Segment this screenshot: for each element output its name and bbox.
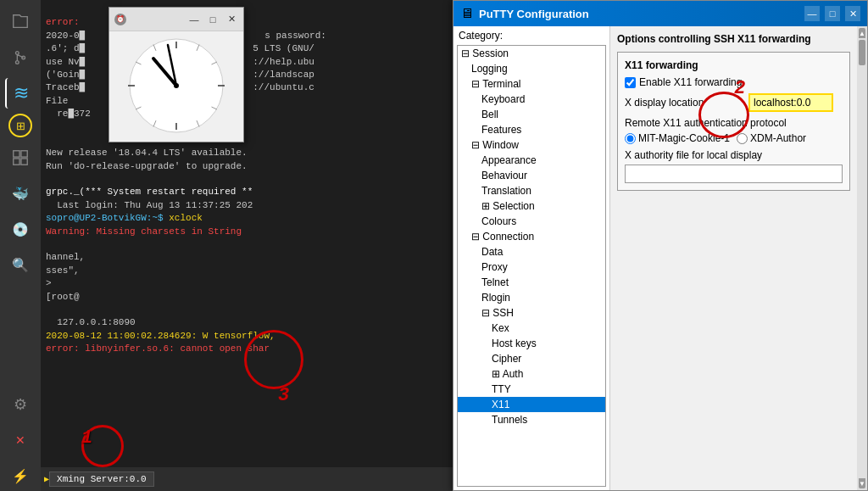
- putty-close-button[interactable]: ✕: [845, 6, 860, 21]
- auth-protocol-group: MIT-Magic-Cookie-1 XDM-Author: [625, 132, 843, 144]
- tree-item-appearance[interactable]: Appearance: [458, 153, 605, 168]
- expand-icon: ⊟: [471, 231, 482, 243]
- tree-item-cipher[interactable]: Cipher: [458, 351, 605, 366]
- authority-file-label: X authority file for local display: [625, 149, 762, 161]
- tree-item-x11[interactable]: X11: [458, 397, 605, 412]
- search-icon[interactable]: 🔍: [5, 249, 36, 280]
- tree-item-features[interactable]: Features: [458, 122, 605, 137]
- svg-point-1: [16, 61, 19, 64]
- putty-content: Category: ⊟ Session Logging ⊟ Terminal K…: [453, 26, 867, 490]
- tree-item-selection[interactable]: ⊞ Selection: [458, 198, 605, 214]
- x11-section: X11 forwarding Enable X11 forwarding X d…: [617, 52, 850, 191]
- display-location-row: X display location: [625, 93, 843, 112]
- expand-icon: ⊞: [481, 200, 492, 212]
- authority-file-row: X authority file for local display: [625, 149, 843, 183]
- tree-item-ssh[interactable]: ⊟ SSH: [458, 305, 605, 321]
- terminal-output: error: 2020-0█ s password: .6'; d█ 5 LTS…: [46, 3, 448, 369]
- source-control-icon[interactable]: [5, 42, 36, 73]
- display-location-input[interactable]: [748, 93, 833, 112]
- putty-titlebar: 🖥 PuTTY Configuration — □ ✕: [453, 1, 867, 26]
- tree-item-data[interactable]: Data: [458, 244, 605, 259]
- svg-rect-3: [14, 151, 19, 157]
- clock-app-icon: ⏰: [114, 14, 126, 25]
- clock-maximize-button[interactable]: □: [206, 13, 220, 26]
- svg-point-0: [16, 52, 19, 55]
- options-panel: Options controlling SSH X11 forwarding X…: [610, 26, 857, 490]
- putty-title: PuTTY Configuration: [479, 8, 799, 20]
- tree-item-logging[interactable]: Logging: [458, 61, 605, 76]
- scroll-thumb[interactable]: [859, 40, 865, 65]
- expand-icon: ⊟: [471, 78, 482, 90]
- putty-minimize-button[interactable]: —: [804, 6, 820, 21]
- docker-icon[interactable]: 🐳: [5, 178, 36, 209]
- error-icon[interactable]: ✕: [5, 425, 36, 455]
- tree-item-terminal[interactable]: ⊟ Terminal: [458, 76, 605, 92]
- authority-file-input[interactable]: [625, 165, 843, 183]
- expand-icon: ⊞: [492, 368, 503, 380]
- tree-item-hostkeys[interactable]: Host keys: [458, 336, 605, 351]
- tree-item-window[interactable]: ⊟ Window: [458, 137, 605, 153]
- options-header: Options controlling SSH X11 forwarding: [617, 33, 850, 45]
- clock-face: [121, 35, 231, 137]
- tree-item-kex[interactable]: Kex: [458, 321, 605, 336]
- enable-x11-checkbox[interactable]: [625, 77, 636, 88]
- annotation-number-2: 2: [735, 76, 745, 98]
- category-panel: Category: ⊟ Session Logging ⊟ Terminal K…: [453, 26, 610, 490]
- vscode-logo-icon[interactable]: ≋: [5, 78, 36, 109]
- bluetooth-icon[interactable]: ⚡: [5, 460, 36, 491]
- remote-explorer-icon[interactable]: ⊞: [8, 114, 32, 137]
- clock-title-left: ⏰: [114, 14, 126, 25]
- tree-item-auth[interactable]: ⊞ Auth: [458, 366, 605, 382]
- disk-icon[interactable]: 💿: [5, 214, 36, 244]
- tree-item-colours[interactable]: Colours: [458, 214, 605, 229]
- tree-item-proxy[interactable]: Proxy: [458, 259, 605, 275]
- display-location-label: X display location: [625, 97, 743, 109]
- putty-icon: 🖥: [460, 6, 474, 21]
- tree-item-keyboard[interactable]: Keyboard: [458, 92, 605, 107]
- tree-item-behaviour[interactable]: Behaviour: [458, 168, 605, 183]
- xdm-author-radio-label: XDM-Author: [737, 132, 806, 144]
- expand-icon: ⊟: [471, 139, 482, 151]
- clock-window: ⏰ — □ ✕: [108, 7, 244, 142]
- mit-magic-cookie-radio[interactable]: [625, 133, 636, 144]
- enable-x11-row: Enable X11 forwarding: [625, 76, 843, 88]
- category-label: Category:: [453, 26, 609, 45]
- annotation-number-3: 3: [278, 385, 289, 406]
- tree-item-tty[interactable]: TTY: [458, 382, 605, 397]
- mit-magic-cookie-radio-label: MIT-Magic-Cookie-1: [625, 132, 730, 144]
- settings-icon[interactable]: ⚙: [5, 389, 36, 420]
- xming-taskbar: ▶ Xming Server:0.0: [41, 467, 453, 491]
- xming-server-item[interactable]: Xming Server:0.0: [49, 471, 154, 487]
- clock-controls: — □ ✕: [187, 13, 238, 26]
- clock-close-button[interactable]: ✕: [225, 13, 238, 26]
- annotation-number-1: 1: [81, 427, 92, 449]
- svg-point-22: [174, 83, 179, 88]
- putty-maximize-button[interactable]: □: [825, 6, 840, 21]
- tree-item-translation[interactable]: Translation: [458, 183, 605, 198]
- category-tree[interactable]: ⊟ Session Logging ⊟ Terminal Keyboard Be…: [457, 45, 606, 487]
- files-icon[interactable]: [5, 7, 36, 37]
- tree-item-bell[interactable]: Bell: [458, 107, 605, 122]
- enable-x11-label: Enable X11 forwarding: [639, 76, 742, 88]
- options-scrollbar[interactable]: ▲ ▼: [857, 26, 867, 490]
- svg-rect-6: [14, 159, 19, 165]
- clock-titlebar: ⏰ — □ ✕: [109, 8, 243, 31]
- auth-protocol-label: Remote X11 authentication protocol: [625, 117, 787, 129]
- extensions-icon[interactable]: [5, 142, 36, 173]
- x11-section-title: X11 forwarding: [625, 59, 843, 71]
- svg-rect-4: [21, 151, 27, 157]
- putty-window: 🖥 PuTTY Configuration — □ ✕ Category: ⊟ …: [453, 0, 868, 491]
- xming-label: Xming Server:0.0: [57, 474, 147, 484]
- expand-icon: ⊟: [481, 307, 492, 319]
- expand-icon: ⊟: [461, 47, 472, 59]
- tree-item-telnet[interactable]: Telnet: [458, 275, 605, 290]
- tree-item-connection[interactable]: ⊟ Connection: [458, 229, 605, 244]
- clock-minimize-button[interactable]: —: [187, 13, 201, 26]
- tree-item-session[interactable]: ⊟ Session: [458, 46, 605, 61]
- terminal-area: error: 2020-0█ s password: .6'; d█ 5 LTS…: [41, 0, 453, 491]
- tree-item-tunnels[interactable]: Tunnels: [458, 412, 605, 427]
- svg-rect-5: [21, 159, 27, 165]
- vscode-activity-bar: ≋ ⊞ 🐳 💿 🔍 ⚙ ✕ ⚡: [0, 0, 41, 491]
- tree-item-rlogin[interactable]: Rlogin: [458, 290, 605, 305]
- xdm-author-radio[interactable]: [737, 133, 748, 144]
